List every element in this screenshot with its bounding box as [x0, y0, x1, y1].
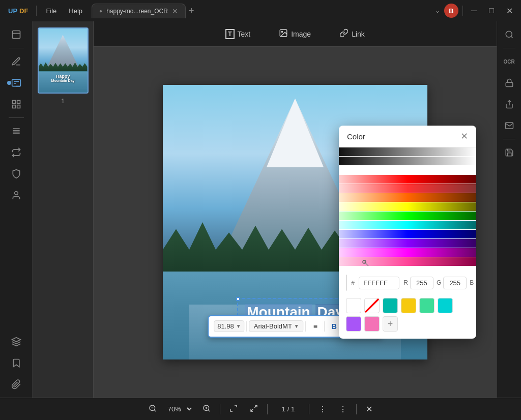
right-icon-ocr[interactable]: OCR	[500, 52, 518, 71]
new-tab-button[interactable]: +	[189, 6, 194, 16]
toolbar-image[interactable]: Image	[273, 25, 317, 43]
thumbnail-mountain	[43, 35, 82, 67]
page-thumbnail[interactable]: Happy Mountain Day	[38, 27, 89, 94]
font-size-chevron-icon[interactable]: ▼	[236, 323, 241, 329]
app-body: Happy Mountain Day 1 T Text Imag	[0, 21, 521, 398]
swatch-pink[interactable]	[364, 316, 380, 332]
content-area: Happy Mountain Day 1 T Text Imag	[33, 21, 521, 398]
sidebar-icon-annotate[interactable]	[6, 74, 26, 92]
sidebar-div-2	[9, 117, 24, 118]
svg-rect-22	[339, 221, 476, 229]
sidebar-icon-sign[interactable]	[6, 186, 26, 204]
swatch-teal[interactable]	[383, 298, 398, 313]
bottom-toolbar: 70% 100% 150% 1 / 1 ⋮ ⋮ ✕	[0, 398, 521, 420]
svg-rect-5	[12, 101, 15, 104]
sidebar-icon-convert[interactable]	[6, 143, 26, 162]
toolbar-divider-1	[247, 321, 247, 332]
svg-rect-25	[339, 248, 476, 257]
swatch-purple[interactable]	[346, 316, 361, 332]
next-page-button[interactable]: ⋮	[336, 401, 350, 417]
left-sidebar	[0, 21, 33, 398]
r-input[interactable]	[410, 277, 433, 289]
thumbnail-happy: Happy	[51, 74, 75, 79]
sidebar-icon-view[interactable]	[6, 95, 26, 113]
svg-rect-8	[17, 105, 20, 108]
canvas-wrapper[interactable]: Mountain Day 81.98 ▼	[94, 47, 497, 398]
right-icon-search[interactable]	[500, 25, 518, 44]
font-name-chevron-icon[interactable]: ▼	[294, 323, 299, 329]
g-input[interactable]	[443, 277, 467, 289]
sidebar-icon-layers[interactable]	[6, 333, 26, 351]
swatch-white[interactable]	[346, 298, 361, 313]
sidebar-icon-pages[interactable]	[6, 25, 26, 44]
sidebar-icon-organize[interactable]	[6, 122, 26, 140]
close-toolbar-button[interactable]: ✕	[363, 401, 375, 417]
right-icon-mail[interactable]	[500, 116, 518, 135]
minimize-button[interactable]: ─	[467, 4, 481, 17]
swatch-transparent[interactable]	[364, 298, 380, 313]
text-icon: T	[225, 29, 234, 39]
bottom-div-1	[220, 404, 220, 414]
user-avatar[interactable]: B	[444, 4, 458, 18]
zoom-out-button[interactable]	[146, 401, 160, 417]
bottom-div-2	[267, 404, 268, 414]
b-input[interactable]	[476, 277, 476, 289]
color-swatches: +	[346, 296, 469, 334]
top-toolbar: T Text Image Link	[94, 21, 497, 47]
svg-rect-16	[339, 166, 476, 174]
svg-rect-18	[339, 184, 476, 193]
thumbnail-image: Happy Mountain Day	[39, 28, 88, 93]
font-size-value: 81.98	[217, 322, 234, 330]
swatch-green[interactable]	[419, 298, 435, 313]
sidebar-icon-edit[interactable]	[6, 52, 26, 71]
bottom-div-3	[309, 404, 309, 414]
sidebar-icon-protect[interactable]	[6, 165, 26, 183]
hex-input[interactable]	[359, 277, 399, 289]
hex-label: #	[351, 279, 355, 287]
color-controls: # R G	[339, 269, 476, 339]
right-icon-lock[interactable]	[500, 74, 518, 92]
font-name-selector[interactable]: Arial-BoldMT ▼	[249, 320, 304, 332]
app-logo: UPDF	[4, 7, 32, 15]
toolbar-link[interactable]: Link	[333, 25, 371, 43]
menu-file[interactable]: File	[41, 5, 62, 17]
prev-page-button[interactable]: ⋮	[315, 401, 330, 417]
image-icon	[279, 28, 288, 40]
g-label: G	[437, 279, 441, 286]
swatch-yellow[interactable]	[401, 298, 416, 313]
zoom-in-button[interactable]	[199, 401, 214, 417]
svg-point-9	[14, 192, 18, 195]
swatch-add-button[interactable]: +	[383, 316, 398, 332]
menu-help[interactable]: Help	[64, 5, 88, 17]
right-div-1	[503, 48, 515, 48]
sidebar-icon-bookmark[interactable]	[6, 354, 26, 372]
swatch-cyan[interactable]	[438, 298, 453, 313]
maximize-button[interactable]: □	[485, 4, 498, 17]
thumbnail-page-text: Happy Mountain Day	[51, 74, 75, 82]
svg-rect-26	[339, 257, 476, 266]
align-button[interactable]: ≡	[308, 319, 323, 334]
sidebar-icon-attachment[interactable]	[6, 375, 26, 394]
right-icon-share[interactable]	[500, 95, 518, 113]
thumbnail-panel: Happy Mountain Day 1	[33, 21, 94, 398]
zoom-select[interactable]: 70% 100% 150%	[166, 405, 193, 413]
resize-handle-tl[interactable]	[236, 297, 240, 301]
font-size-selector[interactable]: 81.98 ▼	[214, 320, 244, 332]
right-icon-save[interactable]	[500, 143, 518, 162]
toolbar-text[interactable]: T Text	[219, 26, 256, 42]
fit-width-button[interactable]	[226, 401, 241, 417]
svg-line-40	[254, 405, 257, 408]
tab-close-button[interactable]: ✕	[172, 7, 178, 15]
svg-rect-31	[506, 82, 513, 86]
active-tab[interactable]: ● happy-mo...reen_OCR ✕	[92, 4, 186, 18]
window-chevron-icon[interactable]: ⌄	[435, 7, 440, 14]
close-button[interactable]: ✕	[502, 4, 517, 18]
svg-rect-21	[339, 212, 476, 220]
thumbnail-page-number: 1	[61, 98, 65, 105]
color-spectrum-svg[interactable]	[339, 147, 476, 269]
color-spectrum[interactable]	[339, 147, 476, 269]
color-picker-close-button[interactable]: ✕	[460, 132, 468, 141]
svg-rect-20	[339, 202, 476, 211]
tab-title: happy-mo...reen_OCR	[106, 8, 168, 15]
fit-page-button[interactable]	[247, 401, 261, 417]
